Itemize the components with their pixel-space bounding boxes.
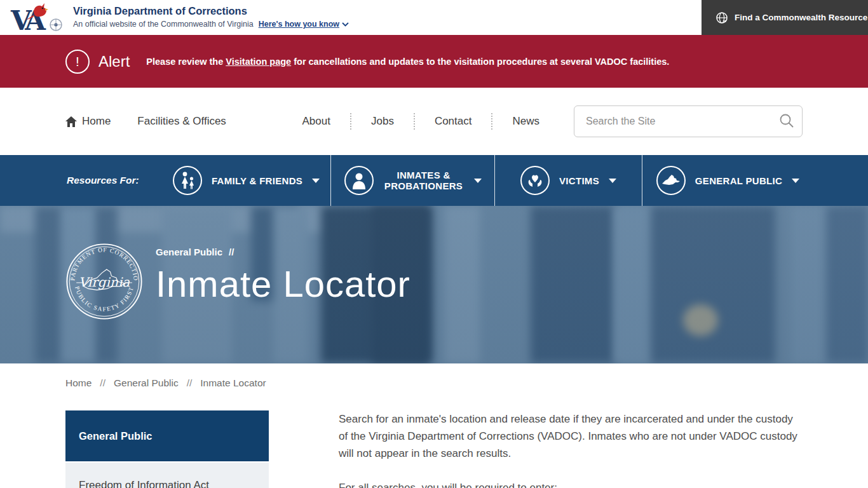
- search-icon: [779, 113, 794, 128]
- nav-facilities-offices[interactable]: Facilities & Offices: [137, 115, 226, 128]
- alert-exclamation-icon: !: [65, 50, 90, 74]
- site-title: Virginia Department of Corrections: [73, 5, 349, 17]
- page-body: Home // General Public // Inmate Locator…: [0, 363, 868, 488]
- nav-news[interactable]: News: [512, 115, 539, 128]
- official-site-text: An official website of the Commonwealth …: [73, 20, 254, 29]
- resources-for-label: Resources For:: [0, 155, 162, 206]
- alert-message: Please review the Visitation page for ca…: [146, 57, 669, 67]
- va-cardinal-logo-icon: VA: [10, 2, 69, 34]
- find-commonwealth-resource-button[interactable]: Find a Commonwealth Resource: [702, 0, 868, 35]
- main-navigation: Home Facilities & Offices About Jobs Con…: [0, 88, 868, 155]
- chevron-down-icon: [342, 22, 349, 27]
- search-requirements-lead: For all searches, you will be required t…: [339, 479, 803, 488]
- site-header: VA Virginia Department of Corrections An…: [0, 0, 868, 35]
- caret-down-icon: [609, 179, 616, 183]
- hero-eyebrow-separator: //: [229, 247, 234, 257]
- search-submit-button[interactable]: [778, 113, 795, 130]
- breadcrumb-home[interactable]: Home: [65, 377, 92, 389]
- nav-contact[interactable]: Contact: [435, 115, 472, 128]
- caret-down-icon: [312, 179, 320, 183]
- alert-label: Alert: [98, 53, 130, 71]
- hero-eyebrow-link[interactable]: General Public: [156, 247, 222, 257]
- breadcrumb: Home // General Public // Inmate Locator: [65, 377, 803, 389]
- nav-divider-dots: [350, 113, 351, 130]
- heart-hands-icon: [520, 166, 550, 195]
- intro-paragraph: Search for an inmate's location and rele…: [339, 410, 803, 462]
- nav-about[interactable]: About: [302, 115, 330, 128]
- site-search-input[interactable]: [574, 105, 803, 137]
- hero-banner: DEPARTMENT OF CORRECTIONS PUBLIC SAFETY …: [0, 206, 868, 363]
- main-content: Search for an inmate's location and rele…: [339, 410, 803, 488]
- caret-down-icon: [792, 179, 799, 183]
- sidebar-item-general-public[interactable]: General Public: [65, 410, 269, 461]
- resources-family-friends[interactable]: FAMILY & FRIENDS: [162, 155, 330, 206]
- breadcrumb-inmate-locator: Inmate Locator: [200, 377, 266, 389]
- nav-home[interactable]: Home: [65, 115, 111, 128]
- page-title: Inmate Locator: [156, 262, 410, 305]
- sidebar-nav: General Public Freedom of Information Ac…: [65, 410, 269, 488]
- sidebar-item-foia[interactable]: Freedom of Information Act: [65, 463, 269, 488]
- resources-general-public[interactable]: GENERAL PUBLIC: [642, 155, 813, 206]
- resources-for-bar: Resources For: FAMILY & FRIENDS INMATES …: [0, 155, 868, 206]
- home-icon: [65, 116, 77, 127]
- virginia-state-icon: [656, 166, 686, 195]
- seal-virginia-text: Virginia: [79, 274, 130, 290]
- vadoc-logo[interactable]: VA: [10, 2, 69, 34]
- caret-down-icon: [474, 179, 482, 183]
- nav-divider-dots: [414, 113, 415, 130]
- resources-victims[interactable]: VICTIMS: [494, 155, 642, 206]
- nav-divider-dots: [491, 113, 492, 130]
- nav-jobs[interactable]: Jobs: [371, 115, 394, 128]
- visitation-page-link[interactable]: Visitation page: [226, 57, 291, 67]
- heres-how-you-know-link[interactable]: Here's how you know: [259, 20, 349, 29]
- alert-banner: ! Alert Please review the Visitation pag…: [0, 35, 868, 88]
- breadcrumb-general-public[interactable]: General Public: [114, 377, 179, 389]
- globe-icon: [715, 11, 728, 24]
- family-icon: [173, 166, 202, 195]
- vadoc-seal: DEPARTMENT OF CORRECTIONS PUBLIC SAFETY …: [65, 243, 143, 320]
- resources-inmates-probationers[interactable]: INMATES & PROBATIONERS: [330, 155, 494, 206]
- svg-text:PUBLIC SAFETY FIRST: PUBLIC SAFETY FIRST: [74, 285, 135, 312]
- seal-bottom-text: PUBLIC SAFETY FIRST: [74, 285, 135, 312]
- person-icon: [344, 166, 374, 195]
